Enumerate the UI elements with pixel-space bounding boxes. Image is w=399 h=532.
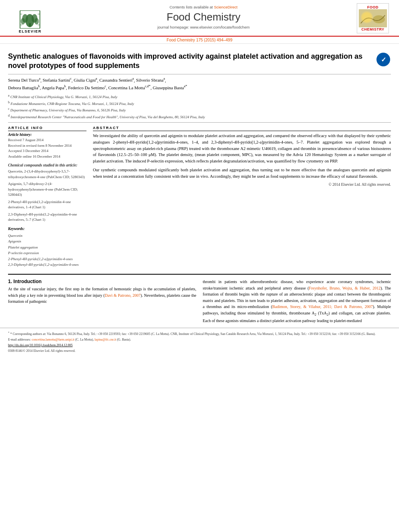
compound-diphenyl: 2,3-Diphenyl-4H-pyrido[1,2-a]pyrimidin-4… [8,212,86,223]
compounds-title: Chemical compounds studied in this artic… [8,162,86,168]
intro-paragraph-left: At the site of vascular injury, the firs… [8,286,196,305]
science-direct-label: Contents lists available at ScienceDirec… [170,5,238,9]
elsevier-logo: ELSEVIER [19,10,42,33]
author-silverio: Silverio Sbranaa [136,78,165,82]
svg-point-4 [21,18,25,25]
copyright-line: © 2014 Elsevier Ltd. All rights reserved… [93,182,391,187]
author-stefania: Stefania Sartinic [43,78,72,82]
keyword-2phenyl: 2-Phenyl-4H-pyrido[1,2-a]pyrimidin-4-one… [8,256,86,262]
keyword-pselectin: P-selectin expression [8,250,86,256]
affiliations-section: a CNR Institute of Clinical Physiology, … [8,92,391,123]
badge-image [359,9,387,27]
body-left-column: 1. Introduction At the site of vascular … [8,279,196,324]
received-date: Received 7 August 2014 [8,138,86,143]
author-giuseppina: Giuseppina Bastaa* [153,85,187,90]
affiliation-c: c Department of Pharmacy, University of … [8,107,391,113]
abstract-paragraph-2: Our synthetic compounds modulated signif… [93,167,391,180]
abstract-section: ABSTRACT We investigated the ability of … [93,126,391,188]
history-title: Article history: [8,133,86,137]
author-debora: Debora Battagliab [8,85,40,90]
article-info-heading: ARTICLE INFO [8,126,86,131]
email-basta[interactable]: lapina@ifc.cnr.it [95,338,116,341]
keywords-section: Keywords: Quercetin Apigenin Platelet ag… [8,226,86,268]
online-date: Available online 16 December 2014 [8,154,86,160]
author-cassandra: Cassandra Sentieria [99,78,134,82]
citation-bar: Food Chemistry 175 (2015) 494–499 [0,37,399,44]
ref-davi-patrono[interactable]: Davì & Patrono, 2007 [105,293,140,298]
page: ELSEVIER Contents lists available at Sci… [0,0,399,532]
doi-link[interactable]: http://dx.doi.org/10.1016/j.foodchem.201… [8,343,73,347]
elsevier-logo-section: ELSEVIER [8,3,52,36]
introduction-heading: 1. Introduction [8,279,196,284]
article-history: Article history: Received 7 August 2014 … [8,133,86,159]
revised-date: Received in revised form 8 November 2014 [8,143,86,149]
keyword-23diphenyl: 2,3-Diphenyl-4H-pyrido[1,2-a]pyrimidin-4… [8,262,86,267]
author-giulia: Giulia Cignia [74,78,97,82]
body-section: 1. Introduction At the site of vascular … [8,274,391,324]
compound-quercetin: Quercetin, 2-(3,4-dihydroxyphenyl)-3,5,7… [8,169,86,180]
left-column: ARTICLE INFO Article history: Received 7… [8,126,86,271]
compound-phenyl: 2-Phenyl-4H-pyrido[1,2-a]pyrimidin-4-one… [8,199,86,210]
affiliation-a: a CNR Institute of Clinical Physiology, … [8,93,391,100]
author-serena: Serena Del Turcoa [8,78,41,82]
journal-title: Food Chemistry [167,11,241,23]
author-concettina: Concettina La Mottac,d* [108,85,150,90]
abstract-paragraph-1: We investigated the ability of quercetin… [93,133,391,164]
author-angela: Angela Papab [42,85,66,90]
affiliation-d: d Interdepartmental Research Center "Nut… [8,113,391,120]
footer: * * Corresponding authors at: Via Bonann… [0,328,399,357]
authors-section: Serena Del Turcoa, Stefania Sartinic, Gi… [8,74,391,92]
compounds-section: Chemical compounds studied in this artic… [8,162,86,223]
affiliation-b: b Fondazione Monasterio, CNR-Regione Tos… [8,100,391,107]
food-chemistry-badge: FOOD CHEMISTRY [357,3,389,33]
corresponding-note: * * Corresponding authors at: Via Bonann… [8,331,391,337]
badge-food-text: FOOD [367,5,378,9]
keyword-platelet: Platelet aggregation [8,244,86,250]
email-note: E-mail addresses: concettina.lamotta@far… [8,337,391,342]
science-direct-link[interactable]: ScienceDirect [214,5,238,9]
svg-point-13 [373,15,385,23]
svg-point-5 [35,18,39,25]
keywords-title: Keywords: [8,226,86,232]
elsevier-tree-icon [19,10,41,29]
ref-badimon[interactable]: Badimon, Storey, & Vilahur, 2011; Davì &… [272,304,373,309]
doi-note: http://dx.doi.org/10.1016/j.foodchem.201… [8,343,391,348]
compound-apigenin: Apigenin, 5,7-dihydroxy-2-(4-hydroxyphen… [8,181,86,198]
right-column: ABSTRACT We investigated the ability of … [93,126,391,271]
elsevier-wordmark: ELSEVIER [19,29,42,33]
main-content: Synthetic analogues of flavonoids with i… [0,44,399,328]
body-two-columns: 1. Introduction At the site of vascular … [8,279,391,324]
issn-note: 0308-8146/© 2014 Elsevier Ltd. All right… [8,349,391,353]
accepted-date: Accepted 3 December 2014 [8,148,86,154]
title-section: Synthetic analogues of flavonoids with i… [8,48,391,74]
intro-paragraph-right: thrombi in patients with atherothromboti… [203,279,391,324]
journal-header: ELSEVIER Contents lists available at Sci… [0,0,399,37]
crossmark-icon: ✓ [376,53,390,66]
info-abstract-columns: ARTICLE INFO Article history: Received 7… [8,123,391,271]
svg-point-12 [362,12,372,22]
ref-freynhofer[interactable]: Freynhofer, Bruno, Wojta, & Huber, 2012 [309,286,380,290]
keyword-apigenin: Apigenin [8,238,86,244]
journal-badge-section: FOOD CHEMISTRY [355,3,391,36]
badge-chemistry-text: CHEMISTRY [361,27,384,31]
email-lamotta[interactable]: concettina.lamotta@farm.unipi.it [32,338,74,341]
body-right-column: thrombi in patients with atherothromboti… [203,279,391,324]
keyword-quercetin: Quercetin [8,233,86,238]
badge-illustration-icon [359,9,387,27]
abstract-heading: ABSTRACT [93,126,391,131]
crossmark-badge: ✓ [376,52,391,67]
author-federico: Federico Da Settimoc [68,85,106,90]
article-title: Synthetic analogues of flavonoids with i… [8,52,372,71]
journal-title-section: Contents lists available at ScienceDirec… [52,3,355,36]
abstract-text: We investigated the ability of quercetin… [93,133,391,188]
homepage-link: journal homepage: www.elsevier.com/locat… [157,25,249,29]
